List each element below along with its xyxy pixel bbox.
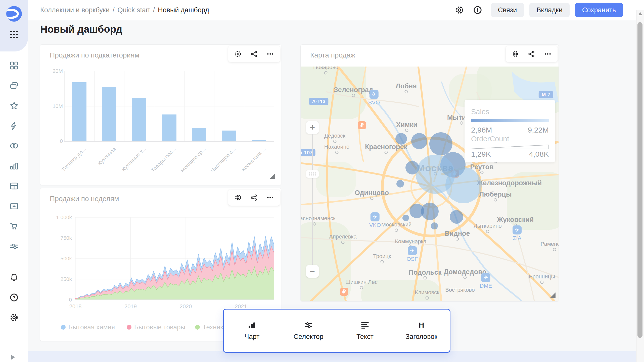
widget-more-icon[interactable] — [266, 194, 274, 201]
airport-plane-icon: ✈ — [408, 246, 417, 255]
widget-resize-handle[interactable] — [270, 173, 275, 179]
sales-max-value: 9,22M — [528, 126, 549, 134]
help-icon: ? — [9, 293, 19, 302]
widget-menu — [228, 190, 280, 206]
x-category-label: Кухонная — [97, 146, 117, 166]
y-axis-tick: 250k — [44, 276, 72, 282]
sidebar-header — [0, 0, 28, 51]
widget-share-icon[interactable] — [250, 50, 258, 58]
sidebar-item-bell-icon[interactable] — [0, 273, 28, 282]
scrollbar-thumb[interactable] — [637, 22, 642, 338]
map-city-dot — [426, 296, 429, 300]
datalens-logo-icon[interactable] — [6, 6, 22, 22]
widget-title: Карта продаж — [310, 51, 355, 59]
scroll-up-arrow-icon[interactable] — [638, 12, 642, 15]
apps-grid-icon[interactable] — [10, 31, 18, 38]
datasets-rings-icon — [9, 141, 19, 151]
bar-axis — [64, 141, 274, 142]
sales-bubble — [450, 210, 463, 224]
vertical-scrollbar[interactable] — [636, 10, 644, 362]
sidebar-item-connections-lightning-icon[interactable] — [0, 121, 28, 131]
map-city-label: Московский — [381, 221, 412, 228]
sales-bubble — [396, 180, 404, 188]
legend-ordercount-label: OrderCount — [471, 135, 509, 143]
text-lines-icon — [361, 321, 369, 329]
sidebar-item-collections-icon[interactable] — [0, 81, 28, 90]
sidebar-item-storage-folder-icon[interactable] — [0, 201, 28, 211]
widget-more-icon[interactable] — [266, 50, 274, 58]
sales-gradient-scale — [471, 119, 549, 122]
toolbar-item-text[interactable]: Текст — [337, 310, 393, 352]
map-city-dot — [480, 171, 484, 174]
zoom-in-button[interactable]: + — [306, 121, 319, 134]
sidebar-item-favorites-star-icon[interactable] — [0, 101, 28, 110]
widget-settings-gear-icon[interactable] — [512, 50, 519, 58]
zoom-slider-track[interactable] — [312, 134, 313, 265]
map-city-label: Подольск — [409, 269, 442, 276]
bar — [72, 82, 86, 141]
save-button[interactable]: Сохранить — [575, 3, 623, 17]
widget-more-icon[interactable] — [544, 50, 551, 58]
sidebar-item-charts-icon[interactable] — [0, 161, 28, 171]
widget-sales-map: Карта продаж — [301, 45, 559, 301]
zoom-slider-handle[interactable] — [306, 170, 319, 178]
page-title: Новый дашборд — [40, 24, 122, 35]
map-city-dot — [456, 237, 459, 241]
dashboard-settings-gear-icon[interactable] — [455, 5, 464, 15]
sidebar-item-table-icon[interactable] — [0, 181, 28, 191]
links-button[interactable]: Связи — [491, 3, 524, 17]
sidebar-item-datasets-rings-icon[interactable] — [0, 141, 28, 151]
breadcrumb: Коллекции и воркбуки / Quick start / Нов… — [40, 6, 209, 14]
charts-icon — [9, 161, 19, 171]
map-city-dot — [352, 94, 355, 97]
connections-lightning-icon — [9, 121, 19, 131]
sidebar-item-help-icon[interactable]: ? — [0, 293, 28, 302]
widget-resize-handle[interactable] — [550, 292, 556, 298]
map-airport-marker: ✈DME — [480, 273, 492, 289]
widget-settings-gear-icon[interactable] — [234, 194, 242, 201]
airport-plane-icon: ✈ — [371, 212, 380, 221]
toolbar-item-heading[interactable]: HЗаголовок — [393, 310, 450, 352]
map-airport-marker: ✈ZIA — [513, 225, 522, 242]
canvas-bottom-strip — [28, 351, 644, 362]
legend-item[interactable]: Бытовые товары — [127, 323, 185, 331]
airport-code: SVO — [368, 99, 380, 106]
info-icon[interactable] — [473, 5, 482, 15]
toolbar-item-selector[interactable]: Селектор — [280, 310, 337, 352]
bar-gridline — [64, 106, 274, 106]
x-category-label: Техника дл... — [61, 146, 87, 173]
legend-item[interactable]: Бытовая химия — [61, 323, 115, 331]
x-category-label: Моющие ср... — [179, 146, 207, 174]
map-viewport[interactable]: Sales 2,96M 9,22M OrderCount 1,29K 4,08K… — [301, 67, 559, 301]
sidebar-item-settings-gear-icon[interactable] — [0, 313, 28, 322]
sidebar-item-services-sliders-icon[interactable] — [0, 242, 28, 251]
sidebar-item-dashboards-icon[interactable] — [0, 61, 28, 70]
breadcrumb-separator: / — [113, 6, 115, 14]
breadcrumb-workbook[interactable]: Quick start — [117, 6, 150, 14]
x-category-label: Кухонные т... — [120, 146, 147, 173]
widget-share-icon[interactable] — [528, 50, 535, 58]
bar-gridline — [64, 71, 274, 71]
sidebar-expand-icon[interactable] — [9, 353, 17, 361]
map-city-label: Одинцово — [355, 189, 389, 197]
zoom-out-button[interactable]: − — [306, 265, 319, 278]
legend-sales-label: Sales — [471, 108, 489, 116]
dashboard-canvas: Новый дашборд Продажи по подкатегориям 2… — [28, 20, 644, 362]
table-icon — [9, 181, 19, 191]
breadcrumb-collections[interactable]: Коллекции и воркбуки — [40, 6, 110, 14]
toolbar-item-label: Селектор — [294, 333, 324, 341]
widget-settings-gear-icon[interactable] — [234, 50, 242, 58]
x-category-label: Косметика ... — [240, 146, 267, 173]
airport-plane-icon: ✈ — [513, 225, 522, 234]
tabs-button[interactable]: Вкладки — [529, 3, 570, 17]
sidebar-item-marketplace-cart-icon[interactable] — [0, 221, 28, 231]
widget-share-icon[interactable] — [250, 194, 258, 201]
map-city-label: Люберцы — [479, 191, 512, 198]
x-axis-tick: 2018 — [65, 303, 85, 310]
legend-label: Бытовая химия — [68, 323, 115, 331]
sales-min-value: 2,96M — [471, 126, 492, 134]
map-city-label: Коммунарка — [395, 238, 427, 245]
toolbar-item-chart[interactable]: Чарт — [224, 310, 280, 352]
airport-code: VKO — [369, 222, 381, 228]
ordercount-min-value: 1,29K — [471, 150, 491, 158]
